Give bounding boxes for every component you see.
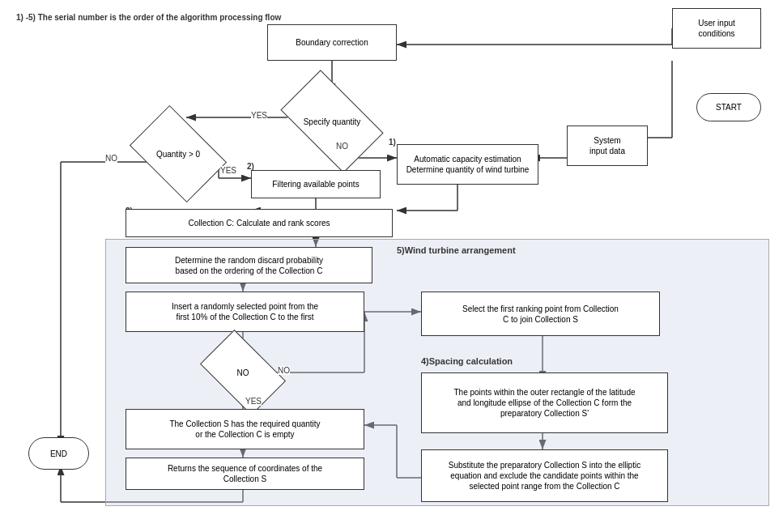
no1-label: NO xyxy=(336,142,348,151)
quantity-gt0-diamond: Quantity > 0 xyxy=(138,126,219,182)
specify-quantity-diamond: Specify quantity xyxy=(287,93,377,150)
step4-label: 4)Spacing calculation xyxy=(421,356,513,366)
step1-label: 1) xyxy=(389,138,396,147)
collection-s-check-box: The Collection S has the required quanti… xyxy=(126,409,364,449)
system-input-box: Systeminput data xyxy=(567,126,648,166)
select-first-box: Select the first ranking point from Coll… xyxy=(421,292,660,336)
no3-label: NO xyxy=(278,366,290,375)
no-diamond: NO xyxy=(206,348,279,397)
yes2-label: YES xyxy=(220,166,236,175)
outer-rectangle-box: The points within the outer rectangle of… xyxy=(421,372,668,433)
yes3-label: YES xyxy=(245,397,262,406)
determine-random-box: Determine the random discard probability… xyxy=(126,247,372,283)
user-input-box: User inputconditions xyxy=(672,8,761,49)
diagram: 1) -5) The serial number is the order of… xyxy=(0,0,783,532)
collection-c-box: Collection C: Calculate and rank scores xyxy=(126,209,393,237)
returns-sequence-box: Returns the sequence of coordinates of t… xyxy=(126,458,364,490)
boundary-correction-box: Boundary correction xyxy=(267,24,397,61)
filtering-box: Filtering available points xyxy=(251,170,381,198)
end-box: END xyxy=(28,437,89,470)
insert-random-box: Insert a randomly selected point from th… xyxy=(126,292,364,332)
auto-capacity-box: Automatic capacity estimationDetermine q… xyxy=(397,144,538,185)
algorithm-note: 1) -5) The serial number is the order of… xyxy=(16,12,281,23)
step5-label: 5)Wind turbine arrangement xyxy=(397,245,516,255)
no2-label: NO xyxy=(105,154,117,163)
substitute-box: Substitute the preparatory Collection S … xyxy=(421,449,668,502)
start-box: START xyxy=(696,93,761,121)
yes1-label: YES xyxy=(251,111,267,120)
